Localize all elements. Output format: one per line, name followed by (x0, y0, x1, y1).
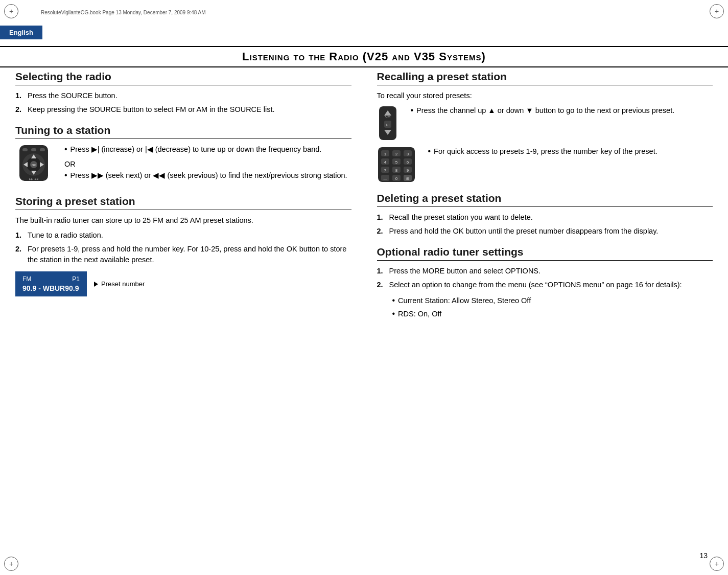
channel-section: CH ⏯ Press the channel up ▲ or down ▼ bu… (377, 105, 713, 141)
heading-recalling: Recalling a preset station (377, 71, 713, 83)
heading-selecting-radio: Selecting the radio (15, 71, 351, 83)
divider-optional (377, 260, 713, 261)
bullet-text: RDS: On, Off (398, 309, 441, 319)
or-text: OR (64, 160, 351, 168)
page-number: 13 (699, 551, 708, 560)
divider-recalling (377, 85, 713, 85)
bullet-text: Current Station: Allow Stereo, Stereo Of… (398, 295, 531, 306)
numpad-image: 1 2 3 4 5 6 7 8 9 — (377, 146, 416, 183)
svg-text:3: 3 (406, 152, 409, 156)
language-tab: English (0, 26, 42, 39)
svg-text:—: — (383, 177, 387, 180)
list-num: 2. (377, 280, 385, 290)
preset-label-area: Preset number (94, 280, 145, 288)
list-item: 2. Keep pressing the SOURCE button to se… (15, 104, 351, 115)
divider-deleting (377, 206, 713, 207)
storing-body: The built-in radio tuner can store up to… (15, 215, 351, 226)
divider-tuning (15, 139, 351, 139)
main-title: Listening to the Radio (V25 and V35 Syst… (0, 50, 728, 63)
svg-text:▶▶ ◀◀: ▶▶ ◀◀ (29, 177, 38, 180)
corner-decoration-bl (4, 557, 18, 571)
preset-label: Preset number (101, 280, 145, 288)
fm-label: FM (22, 275, 31, 283)
remote-control-image: OK ▶▶ ◀◀ (15, 144, 52, 182)
fm-top-row: FM P1 (22, 275, 80, 283)
bullet-item: Press ▶| (increase) or |◀ (decrease) to … (59, 144, 351, 155)
svg-rect-10 (31, 148, 36, 151)
list-item: 1. Tune to a radio station. (15, 230, 351, 241)
preset-arrow-icon (94, 282, 98, 287)
list-num: 1. (15, 90, 24, 101)
deleting-list: 1. Recall the preset station you want to… (377, 212, 713, 237)
heading-optional: Optional radio tuner settings (377, 246, 713, 258)
list-num: 2. (377, 226, 385, 237)
list-text: Keep pressing the SOURCE button to selec… (28, 104, 275, 115)
heading-storing: Storing a preset station (15, 195, 351, 208)
tuning-bullets: Press ▶| (increase) or |◀ (decrease) to … (59, 144, 351, 186)
tuning-section: OK ▶▶ ◀◀ Press ▶| (increase) or |◀ (decr… (15, 144, 351, 186)
svg-text:⊞: ⊞ (406, 177, 409, 180)
list-text: Press and hold the OK button until the p… (389, 226, 659, 237)
svg-text:4: 4 (384, 160, 386, 165)
file-info: ResoluteVigilanteOG.book Page 13 Monday,… (41, 10, 206, 15)
svg-text:OK: OK (32, 164, 36, 167)
fm-station: 90.9 - WBUR90.9 (22, 284, 80, 292)
svg-text:0: 0 (395, 176, 397, 181)
bullet-text: Press the channel up ▲ or down ▼ button … (416, 105, 674, 116)
bullet-text: Press ▶| (increase) or |◀ (decrease) to … (71, 144, 322, 155)
fm-display: FM P1 90.9 - WBUR90.9 (15, 271, 87, 296)
svg-text:7: 7 (384, 168, 386, 173)
storing-list: 1. Tune to a radio station. 2. For prese… (15, 230, 351, 265)
optional-list: 1. Press the MORE button and select OPTI… (377, 266, 713, 290)
list-num: 1. (377, 266, 385, 277)
list-text: Tune to a radio station. (28, 230, 103, 241)
list-item: 1. Press the MORE button and select OPTI… (377, 266, 713, 277)
numpad-section: 1 2 3 4 5 6 7 8 9 — (377, 146, 713, 183)
divider-selecting (15, 85, 351, 85)
main-title-bar: Listening to the Radio (V25 and V35 Syst… (0, 46, 728, 67)
bullet-item: For quick access to presets 1-9, press t… (423, 146, 713, 157)
main-title-text: Listening to the Radio (V25 and V35 Syst… (242, 50, 486, 63)
fm-display-area: FM P1 90.9 - WBUR90.9 Preset number (15, 271, 351, 296)
bullet-item: Press the channel up ▲ or down ▼ button … (406, 105, 713, 116)
svg-text:5: 5 (395, 160, 397, 165)
heading-tuning: Tuning to a station (15, 124, 351, 136)
list-item: 2. Select an option to change from the m… (377, 280, 713, 290)
list-text: Press the MORE button and select OPTIONS… (389, 266, 541, 277)
svg-text:2: 2 (395, 152, 397, 156)
selecting-radio-list: 1. Press the SOURCE button. 2. Keep pres… (15, 90, 351, 115)
list-text: Select an option to change from the menu… (389, 280, 682, 290)
heading-deleting: Deleting a preset station (377, 192, 713, 204)
bullet-text: Press ▶▶ (seek next) or ◀◀ (seek previou… (71, 170, 347, 181)
divider-storing (15, 210, 351, 210)
svg-rect-9 (22, 148, 28, 151)
left-column: Selecting the radio 1. Press the SOURCE … (15, 71, 357, 544)
bullet-item: Current Station: Allow Stereo, Stereo Of… (387, 295, 713, 306)
numpad-bullets: For quick access to presets 1-9, press t… (423, 146, 713, 159)
corner-decoration-br (710, 557, 724, 571)
list-num: 1. (15, 230, 24, 241)
top-bar: ResoluteVigilanteOG.book Page 13 Monday,… (0, 0, 728, 25)
svg-rect-11 (40, 148, 45, 151)
list-item: 1. Press the SOURCE button. (15, 90, 351, 101)
list-text: For presets 1-9, press and hold the numb… (28, 244, 351, 265)
options-bullets: Current Station: Allow Stereo, Stereo Of… (377, 295, 713, 319)
svg-text:1: 1 (384, 152, 386, 156)
list-item: 2. For presets 1-9, press and hold the n… (15, 244, 351, 265)
list-text: Press the SOURCE button. (28, 90, 118, 101)
svg-text:9: 9 (406, 168, 409, 173)
bullet-text: For quick access to presets 1-9, press t… (434, 146, 657, 157)
list-num: 1. (377, 212, 385, 223)
list-item: 1. Recall the preset station you want to… (377, 212, 713, 223)
bullet-item: RDS: On, Off (387, 309, 713, 319)
list-num: 2. (15, 244, 24, 265)
channel-button-image: CH ⏯ (377, 105, 398, 141)
bullet-item: Press ▶▶ (seek next) or ◀◀ (seek previou… (59, 170, 351, 181)
recalling-intro: To recall your stored presets: (377, 90, 713, 101)
svg-text:⏯: ⏯ (386, 123, 390, 127)
content-area: Selecting the radio 1. Press the SOURCE … (15, 71, 713, 544)
svg-text:8: 8 (395, 168, 397, 173)
list-item: 2. Press and hold the OK button until th… (377, 226, 713, 237)
list-num: 2. (15, 104, 24, 115)
right-column: Recalling a preset station To recall you… (372, 71, 713, 544)
